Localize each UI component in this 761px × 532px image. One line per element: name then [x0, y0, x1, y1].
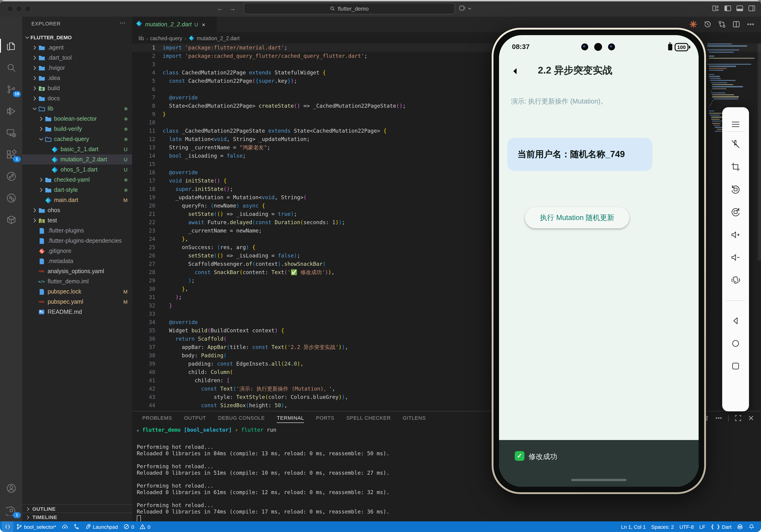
sidebar-section-timeline[interactable]: TIMELINE — [22, 512, 132, 521]
activity-container[interactable] — [0, 210, 22, 229]
toggle-secondary-sidebar-icon[interactable] — [748, 5, 755, 12]
sidebar-section-outline[interactable]: OUTLINE — [22, 504, 132, 513]
tree-item-.gitignore[interactable]: .gitignore — [22, 246, 132, 256]
tab-mutation-2-2-dart[interactable]: mutation_2_2.dart U × — [132, 17, 217, 32]
panel-tab-debug-console[interactable]: DEBUG CONSOLE — [218, 413, 265, 423]
status-remote-indicator[interactable] — [2, 521, 13, 532]
tree-item-analysis_options.yaml[interactable]: YAMLanalysis_options.yaml — [22, 266, 132, 276]
back-icon[interactable]: ← — [215, 4, 225, 13]
tree-item-.flutter-plugins-dependencies[interactable]: .flutter-plugins-dependencies — [22, 236, 132, 246]
forward-icon[interactable]: → — [228, 4, 237, 13]
app-back-icon[interactable] — [511, 66, 522, 77]
split-editor-icon[interactable] — [732, 20, 740, 28]
breadcrumb[interactable]: lib›cached-query›mutation_2_2.dart — [139, 33, 240, 43]
activity-explorer[interactable] — [0, 36, 22, 55]
customize-layout-icon[interactable] — [712, 5, 720, 12]
activity-remote-explorer[interactable] — [0, 123, 22, 142]
panel-tab-ports[interactable]: PORTS — [316, 413, 334, 423]
panel-tab-output[interactable]: OUTPUT — [184, 413, 206, 423]
toolbar-nav-recents-icon[interactable] — [730, 361, 741, 372]
status-compare-changes[interactable] — [71, 521, 82, 532]
minimize-window-button[interactable] — [16, 6, 22, 12]
activity-search[interactable] — [0, 58, 22, 77]
home-indicator[interactable] — [571, 479, 626, 481]
toggle-panel-icon[interactable] — [736, 5, 743, 12]
zoom-window-button[interactable] — [25, 6, 31, 12]
terminal-output[interactable]: Performing hot reload...Reloaded 0 libra… — [137, 444, 389, 523]
editor-scrollbar[interactable] — [758, 43, 761, 261]
toolbar-crop-icon[interactable] — [730, 161, 741, 172]
status-git-branch[interactable]: bool_selector* — [13, 521, 59, 532]
tree-item-.dart_tool[interactable]: .dart_tool — [22, 53, 132, 63]
command-center-search[interactable]: flutter_demo — [244, 3, 455, 14]
status-errors[interactable]: 0 — [121, 521, 137, 532]
activity-account[interactable] — [0, 479, 22, 497]
tree-item-.idea[interactable]: .idea — [22, 73, 132, 83]
tree-item-pubspec.lock[interactable]: pubspec.lockM — [22, 287, 132, 297]
tree-item-checked-yaml[interactable]: checked-yaml — [22, 175, 132, 185]
status-language-mode[interactable]: { }Dart — [708, 521, 734, 532]
status-publish[interactable] — [59, 521, 71, 532]
maximize-panel-icon[interactable] — [735, 415, 741, 422]
panel-tab-spell-checker[interactable]: SPELL CHECKER — [346, 413, 391, 423]
toolbar-volume-down-icon[interactable] — [730, 252, 741, 263]
tree-item-.metadata[interactable]: .metadata — [22, 256, 132, 266]
status-cursor-position[interactable]: Ln 1, Col 1 — [618, 521, 648, 532]
tree-item-basic_2_1.dart[interactable]: basic_2_1.dartU — [22, 144, 132, 154]
activity-run-debug[interactable] — [0, 102, 22, 120]
more-actions-icon[interactable] — [747, 20, 754, 28]
activity-extensions[interactable]: 1 — [0, 145, 22, 164]
status-notifications[interactable] — [746, 521, 757, 532]
more-actions-icon[interactable] — [715, 415, 722, 422]
activity-settings[interactable]: 1 — [0, 501, 22, 519]
tree-item-.hvigor[interactable]: .hvigor — [22, 63, 132, 73]
breadcrumb-item[interactable]: cached-query — [150, 35, 182, 41]
tree-item-flutter_demo.iml[interactable]: </>flutter_demo.iml — [22, 276, 132, 287]
tree-item-build[interactable]: build — [22, 83, 132, 93]
close-window-button[interactable] — [7, 6, 13, 12]
tree-item-ohos_5_1.dart[interactable]: ohos_5_1.dartU — [22, 164, 132, 175]
activity-source-control[interactable]: 19 — [0, 80, 22, 98]
toolbar-rotate-cw-icon[interactable] — [730, 207, 741, 218]
tree-root[interactable]: FLUTTER_DEMO — [22, 32, 132, 42]
tree-item-pubspec.yaml[interactable]: YAMLpubspec.yamlM — [22, 297, 132, 307]
status-copilot[interactable] — [734, 521, 746, 532]
toolbar-touch-off-icon[interactable] — [730, 139, 741, 150]
panel-tab-terminal[interactable]: TERMINAL — [277, 413, 304, 423]
format-sparkle-icon[interactable] — [689, 20, 697, 28]
layout-switch-button[interactable] — [459, 4, 472, 13]
toggle-sidebar-icon[interactable] — [724, 5, 732, 12]
panel-tab-problems[interactable]: PROBLEMS — [142, 413, 172, 423]
activity-device-share[interactable] — [0, 167, 22, 185]
mutation-button[interactable]: 执行 Mutation 随机更新 — [525, 207, 629, 228]
breadcrumb-item[interactable]: mutation_2_2.dart — [197, 35, 240, 41]
tree-item-dart-style[interactable]: dart-style — [22, 185, 132, 195]
tree-item-build-verify[interactable]: build-verify — [22, 124, 132, 134]
toolbar-minimize-icon[interactable] — [726, 111, 733, 118]
tree-item-.agent[interactable]: .agent — [22, 42, 132, 53]
status-launchpad[interactable]: Launchpad — [82, 521, 121, 532]
status-encoding[interactable]: UTF-8 — [677, 521, 697, 532]
timeline-history-icon[interactable] — [704, 20, 712, 28]
tree-item-README.md[interactable]: M↓README.md — [22, 307, 132, 317]
toolbar-volume-up-icon[interactable] — [730, 229, 741, 240]
toolbar-close-icon[interactable] — [738, 111, 746, 118]
git-compare-icon[interactable] — [718, 20, 726, 28]
toolbar-nav-back-icon[interactable] — [730, 315, 741, 326]
close-panel-icon[interactable] — [748, 415, 754, 422]
tree-item-.flutter-plugins[interactable]: .flutter-plugins — [22, 225, 132, 236]
toolbar-nav-home-icon[interactable] — [730, 338, 741, 349]
tree-item-boolean-selector[interactable]: boolean-selector — [22, 114, 132, 124]
tree-item-lib[interactable]: lib — [22, 103, 132, 114]
toolbar-menu-icon[interactable] — [730, 119, 741, 130]
tree-item-ohos[interactable]: ohos — [22, 205, 132, 215]
toolbar-rotate-ccw-icon[interactable] — [730, 184, 741, 195]
status-warnings[interactable]: 0 — [137, 521, 153, 532]
breadcrumb-item[interactable]: lib — [139, 35, 144, 41]
more-actions-icon[interactable]: ⋯ — [120, 20, 126, 26]
tree-item-main.dart[interactable]: main.dartM — [22, 195, 132, 205]
toolbar-shake-icon[interactable] — [730, 274, 741, 286]
tree-item-cached-query[interactable]: cached-query — [22, 134, 132, 144]
phone-screen[interactable]: 08:37 100 2.2 异步突变实战 演示: 执行更新操作 (Mutatio… — [499, 35, 699, 487]
status-indentation[interactable]: Spaces: 2 — [649, 521, 677, 532]
